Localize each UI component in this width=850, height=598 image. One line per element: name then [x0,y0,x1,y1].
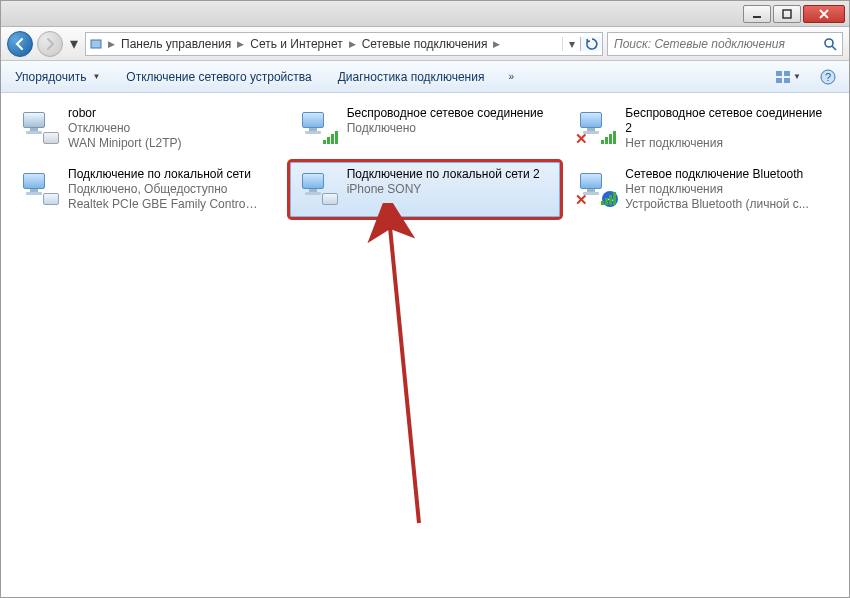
svg-rect-0 [753,16,761,18]
connection-icon: ✕⌁ [575,167,617,209]
breadcrumb-separator: ▶ [347,39,358,49]
address-bar[interactable]: ▶ Панель управления ▶ Сеть и Интернет ▶ … [85,32,603,56]
connection-icon [297,106,339,148]
help-button[interactable]: ? [815,66,841,88]
connection-item[interactable]: Беспроводное сетевое соединениеПодключен… [290,101,561,156]
explorer-window: ▾ ▶ Панель управления ▶ Сеть и Интернет … [0,0,850,598]
caption-buttons [743,5,845,23]
help-icon: ? [820,69,836,85]
connection-item[interactable]: Подключение по локальной сетиПодключено,… [11,162,282,217]
maximize-button[interactable] [773,5,801,23]
svg-rect-5 [776,71,782,76]
connection-item[interactable]: Подключение по локальной сети 2iPhone SO… [290,162,561,217]
diagnose-label: Диагностика подключения [338,70,485,84]
svg-point-3 [825,39,833,47]
refresh-button[interactable] [580,37,602,51]
breadcrumb-control-panel[interactable]: Панель управления [117,37,235,51]
search-button[interactable] [818,37,842,51]
svg-text:?: ? [825,71,831,83]
connection-detail: Устройства Bluetooth (личной с... [625,197,808,212]
connection-name: Беспроводное сетевое соединение 2 [625,106,832,136]
command-bar: Упорядочить▼ Отключение сетевого устройс… [1,61,849,93]
svg-line-4 [832,46,836,50]
connection-status: Отключено [68,121,182,136]
svg-rect-2 [91,40,101,48]
annotation-arrow [219,203,479,533]
titlebar [1,1,849,27]
connection-texts: Подключение по локальной сети 2iPhone SO… [347,167,540,197]
connection-detail: WAN Miniport (L2TP) [68,136,182,151]
disable-device-button[interactable]: Отключение сетевого устройства [120,67,317,87]
svg-rect-7 [776,78,782,83]
search-box[interactable] [607,32,843,56]
svg-line-11 [389,217,419,523]
connection-status: Подключено [347,121,544,136]
connection-icon [18,167,60,209]
forward-button[interactable] [37,31,63,57]
connection-detail: Realtek PCIe GBE Family Controller [68,197,258,212]
arrow-right-icon [43,37,57,51]
connection-texts: Сетевое подключение BluetoothНет подключ… [625,167,808,212]
back-button[interactable] [7,31,33,57]
view-icon [775,70,791,84]
connection-name: Подключение по локальной сети 2 [347,167,540,182]
address-dropdown[interactable]: ▾ [562,37,580,51]
connection-name: robor [68,106,182,121]
svg-rect-6 [784,71,790,76]
connections-grid: roborОтключеноWAN Miniport (L2TP)Беспров… [11,101,839,217]
location-icon [86,37,106,51]
connection-status: Подключено, Общедоступно [68,182,258,197]
breadcrumb-network-connections[interactable]: Сетевые подключения [358,37,492,51]
nav-history-dropdown[interactable]: ▾ [67,31,81,57]
connection-icon: ✕ [575,106,617,148]
close-button[interactable] [803,5,845,23]
connection-item[interactable]: roborОтключеноWAN Miniport (L2TP) [11,101,282,156]
breadcrumb-separator: ▶ [106,39,117,49]
connection-status: Нет подключения [625,136,832,151]
breadcrumb-separator: ▶ [235,39,246,49]
breadcrumb-network-internet[interactable]: Сеть и Интернет [246,37,346,51]
connection-icon [297,167,339,209]
maximize-icon [782,9,792,19]
connection-name: Беспроводное сетевое соединение [347,106,544,121]
connection-texts: roborОтключеноWAN Miniport (L2TP) [68,106,182,151]
connection-item[interactable]: ✕⌁Сетевое подключение BluetoothНет подкл… [568,162,839,217]
connection-status: Нет подключения [625,182,808,197]
minimize-icon [752,9,762,19]
search-input[interactable] [608,37,818,51]
toolbar-overflow[interactable]: » [504,71,518,82]
connection-name: Подключение по локальной сети [68,167,258,182]
organize-label: Упорядочить [15,70,86,84]
connection-texts: Беспроводное сетевое соединение 2Нет под… [625,106,832,151]
breadcrumb-separator: ▶ [491,39,502,49]
connection-item[interactable]: ✕Беспроводное сетевое соединение 2Нет по… [568,101,839,156]
svg-rect-1 [783,10,791,18]
minimize-button[interactable] [743,5,771,23]
organize-button[interactable]: Упорядочить▼ [9,67,106,87]
search-icon [823,37,837,51]
connection-icon [18,106,60,148]
svg-rect-8 [784,78,790,83]
content-area[interactable]: roborОтключеноWAN Miniport (L2TP)Беспров… [1,93,849,597]
close-icon [818,9,830,19]
disable-device-label: Отключение сетевого устройства [126,70,311,84]
arrow-left-icon [13,37,27,51]
navigation-bar: ▾ ▶ Панель управления ▶ Сеть и Интернет … [1,27,849,61]
connection-texts: Подключение по локальной сетиПодключено,… [68,167,258,212]
view-options-button[interactable]: ▼ [775,66,801,88]
connection-name: Сетевое подключение Bluetooth [625,167,808,182]
diagnose-button[interactable]: Диагностика подключения [332,67,491,87]
connection-texts: Беспроводное сетевое соединениеПодключен… [347,106,544,136]
refresh-icon [585,37,599,51]
connection-detail: iPhone SONY [347,182,537,197]
